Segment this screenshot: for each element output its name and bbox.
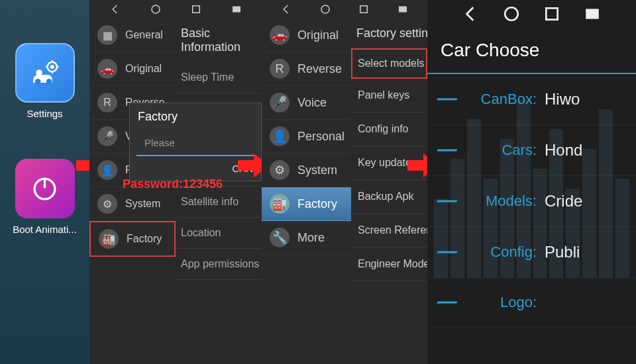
arrow-icon (238, 152, 262, 181)
svg-rect-19 (586, 9, 599, 19)
factory-settings-list: Factory setting Select models Panel keys… (351, 19, 427, 281)
home-icon[interactable] (319, 3, 331, 15)
svg-rect-16 (399, 7, 407, 13)
config-label: Config: (434, 244, 537, 261)
sidebar-item-original[interactable]: 🚗Original (262, 19, 351, 52)
setting-satellite[interactable]: Satellite info (176, 187, 262, 218)
status-bar (262, 0, 427, 19)
launcher-panel: Settings Boot Animati... (0, 0, 89, 364)
sidebar-item-reverse[interactable]: RReverse (262, 52, 351, 86)
sidebar-item-general[interactable]: ▦General (89, 19, 176, 52)
password-hint-overlay: Password:123456 (123, 177, 223, 191)
boot-animation-app[interactable]: Boot Animati... (0, 129, 89, 245)
svg-point-14 (321, 5, 329, 13)
dialog-title: Factory (130, 103, 261, 130)
setting-config-info[interactable]: Config info (351, 113, 427, 146)
svg-rect-12 (192, 6, 199, 13)
logo-label: Logo: (434, 294, 537, 311)
svg-rect-18 (546, 8, 557, 19)
basic-info-title: Basic Information (176, 19, 262, 62)
row-logo[interactable]: Logo: (427, 278, 636, 328)
row-canbox[interactable]: CanBox:Hiwo (427, 74, 636, 125)
setting-location[interactable]: Location (176, 218, 262, 249)
grid-icon: ▦ (97, 25, 117, 45)
setting-engineer-mode[interactable]: Engineer Mode (351, 248, 427, 281)
gallery-icon[interactable] (584, 5, 601, 23)
settings-panel: ▦General 🚗Original RReverse 🎤Voice 👤Pers… (89, 0, 262, 364)
setting-app-permissions[interactable]: App permissions (176, 249, 262, 280)
mic-icon: 🎤 (97, 126, 117, 146)
person-icon: 👤 (270, 126, 290, 146)
sidebar-item-original[interactable]: 🚗Original (89, 52, 176, 86)
back-icon[interactable] (462, 5, 480, 23)
sidebar-item-system[interactable]: ⚙System (89, 187, 176, 221)
sidebar-item-voice[interactable]: 🎤Voice (262, 86, 351, 120)
car-icon: 🚗 (270, 25, 290, 45)
svg-rect-15 (360, 6, 368, 13)
arrow-icon (407, 152, 427, 181)
car-icon: 🚗 (97, 59, 117, 79)
recent-icon[interactable] (190, 3, 202, 15)
gallery-icon[interactable] (231, 3, 242, 15)
arrow-icon (76, 152, 89, 181)
factory-sidebar: 🚗Original RReverse 🎤Voice 👤Personal ⚙Sys… (262, 19, 351, 255)
sidebar-item-factory[interactable]: 🏭Factory (262, 187, 351, 221)
factory-icon: 🏭 (99, 229, 119, 249)
row-models[interactable]: Models:Cride (427, 176, 636, 227)
setting-backup-apk[interactable]: Backup Apk (351, 180, 427, 214)
factory-panel: 🚗Original RReverse 🎤Voice 👤Personal ⚙Sys… (262, 0, 427, 364)
gallery-icon[interactable] (397, 3, 409, 15)
sidebar-item-system[interactable]: ⚙System (262, 154, 351, 187)
person-icon: 👤 (97, 160, 117, 180)
boot-animation-icon (15, 159, 75, 218)
cars-label: Cars: (434, 142, 537, 159)
sidebar-item-personal[interactable]: 👤Personal (262, 120, 351, 154)
recent-icon[interactable] (358, 3, 370, 15)
factory-settings-title: Factory setting (351, 19, 427, 48)
setting-screen-reference[interactable]: Screen Referen (351, 214, 427, 248)
back-icon[interactable] (280, 3, 292, 15)
sidebar-item-more[interactable]: 🔧More (262, 221, 351, 255)
setting-sleep-time[interactable]: Sleep Time (176, 62, 262, 93)
gear-icon: ⚙ (97, 194, 117, 214)
settings-app-label: Settings (26, 108, 62, 119)
settings-app-icon (15, 43, 75, 103)
recent-icon[interactable] (543, 5, 560, 23)
status-bar (427, 0, 636, 28)
config-value: Publi (545, 243, 580, 261)
svg-point-1 (46, 79, 51, 84)
factory-icon: 🏭 (270, 194, 290, 214)
sidebar-item-factory[interactable]: 🏭Factory (89, 221, 176, 257)
svg-point-4 (50, 65, 54, 69)
models-value: Cride (545, 192, 582, 210)
mic-icon: 🎤 (270, 93, 290, 113)
setting-panel-keys[interactable]: Panel keys (351, 79, 427, 113)
home-icon[interactable] (503, 5, 520, 23)
car-choose-panel: Car Choose CanBox:Hiwo Cars:Hond Models:… (427, 0, 636, 364)
canbox-label: CanBox: (434, 91, 537, 108)
gear-icon: ⚙ (270, 160, 290, 180)
reverse-icon: R (97, 93, 117, 113)
reverse-icon: R (270, 59, 290, 79)
row-cars[interactable]: Cars:Hond (427, 125, 636, 176)
svg-point-0 (36, 69, 42, 76)
setting-select-models[interactable]: Select models (351, 48, 427, 79)
row-config[interactable]: Config:Publi (427, 227, 636, 278)
car-choose-title: Car Choose (427, 28, 636, 74)
settings-app[interactable]: Settings (0, 0, 89, 129)
password-input[interactable]: Please (136, 130, 254, 156)
models-label: Models: (434, 193, 537, 210)
canbox-value: Hiwo (545, 90, 580, 109)
cars-value: Hond (545, 141, 582, 159)
svg-point-17 (505, 7, 518, 21)
svg-rect-13 (233, 7, 240, 13)
svg-point-2 (35, 79, 40, 84)
wrench-icon: 🔧 (270, 228, 290, 248)
boot-animation-label: Boot Animati... (13, 224, 77, 235)
